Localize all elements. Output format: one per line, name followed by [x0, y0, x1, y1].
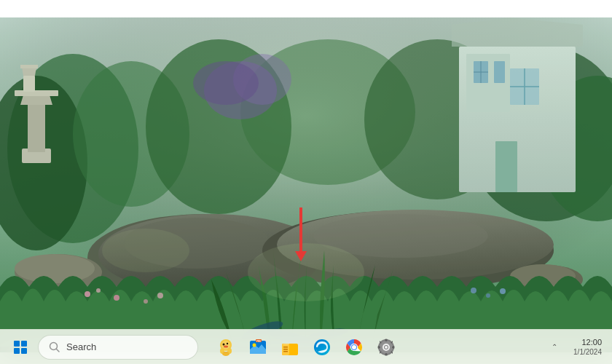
desktop: Search — [0, 0, 612, 364]
taskbar-left: Search — [0, 333, 198, 362]
photos-taskbar-icon[interactable]: PRE — [243, 333, 272, 362]
photos-icon: PRE — [248, 338, 267, 357]
svg-rect-75 — [283, 349, 288, 350]
svg-line-58 — [57, 349, 60, 352]
pokemon-taskbar-icon[interactable] — [211, 333, 240, 362]
svg-rect-76 — [283, 351, 288, 352]
svg-text:PRE: PRE — [256, 339, 261, 342]
svg-point-69 — [253, 343, 256, 347]
svg-point-86 — [385, 346, 388, 349]
svg-point-62 — [227, 342, 228, 344]
chrome-icon — [345, 338, 364, 357]
windows-logo — [14, 341, 27, 354]
chevron-up-icon: ⌃ — [552, 343, 557, 351]
search-label: Search — [66, 341, 96, 352]
clock-area[interactable]: 12:00 1/1/2024 — [569, 333, 606, 361]
date-display: 1/1/2024 — [573, 347, 602, 357]
search-icon — [49, 341, 60, 353]
settings-taskbar-icon[interactable] — [372, 333, 401, 362]
svg-rect-74 — [283, 347, 288, 348]
taskbar: Search — [0, 329, 612, 364]
edge-taskbar-icon[interactable] — [307, 333, 337, 362]
edge-icon — [313, 338, 332, 357]
start-button[interactable] — [6, 333, 35, 362]
search-bar[interactable]: Search — [38, 335, 198, 360]
svg-point-63 — [224, 345, 228, 347]
svg-point-66 — [222, 352, 230, 356]
file-explorer-taskbar-icon[interactable] — [275, 333, 305, 362]
svg-rect-56 — [0, 17, 612, 347]
svg-point-81 — [352, 345, 356, 349]
taskbar-center: PRE — [211, 333, 401, 362]
settings-icon — [377, 338, 396, 357]
taskbar-right: ⌃ 12:00 1/1/2024 — [543, 333, 612, 361]
chrome-taskbar-icon[interactable] — [340, 333, 369, 362]
file-explorer-icon — [280, 338, 299, 357]
pokemon-icon — [216, 338, 235, 357]
svg-point-61 — [223, 343, 225, 345]
time-display: 12:00 — [581, 337, 602, 347]
wallpaper — [0, 0, 612, 364]
show-hidden-icons-button[interactable]: ⌃ — [543, 333, 566, 361]
